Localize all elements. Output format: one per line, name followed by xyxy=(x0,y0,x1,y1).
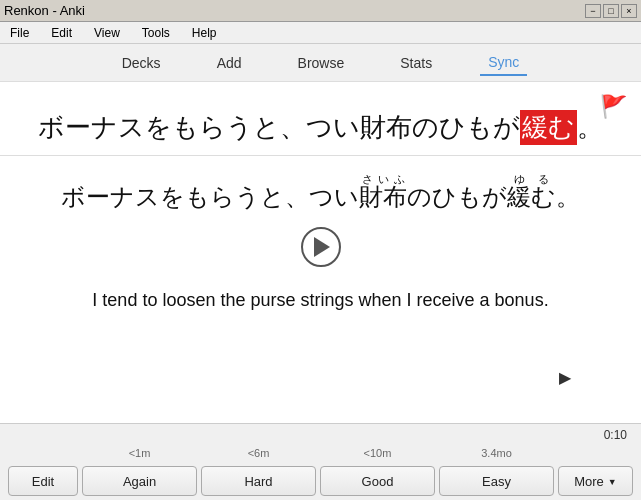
again-interval: <1m xyxy=(80,447,199,459)
maximize-button[interactable]: □ xyxy=(603,4,619,18)
nav-browse[interactable]: Browse xyxy=(290,51,353,75)
titlebar-controls: − □ × xyxy=(585,4,637,18)
menu-tools[interactable]: Tools xyxy=(136,24,176,42)
back-ruby-yurumu: 緩むゆる xyxy=(507,174,556,213)
more-button[interactable]: More ▼ xyxy=(558,466,633,496)
edit-button[interactable]: Edit xyxy=(8,466,78,496)
easy-button[interactable]: Easy xyxy=(439,466,554,496)
navbar: Decks Add Browse Stats Sync xyxy=(0,44,641,82)
play-button[interactable] xyxy=(301,227,341,267)
play-icon xyxy=(314,237,330,257)
nav-add[interactable]: Add xyxy=(209,51,250,75)
bottom-bar: 0:10 <1m <6m <10m 3.4mo Edit Again Hard … xyxy=(0,423,641,500)
minimize-button[interactable]: − xyxy=(585,4,601,18)
back-pre-text: ボーナスをもらうと、つい xyxy=(61,181,359,213)
hard-interval: <6m xyxy=(199,447,318,459)
back-post-text: 。 xyxy=(556,181,580,213)
menu-help[interactable]: Help xyxy=(186,24,223,42)
nav-decks[interactable]: Decks xyxy=(114,51,169,75)
menubar: File Edit View Tools Help xyxy=(0,22,641,44)
front-pre-text: ボーナスをもらうと、つい財布のひもが xyxy=(38,110,520,145)
front-highlight-text: 緩む xyxy=(520,110,577,145)
translation-text: I tend to loosen the purse strings when … xyxy=(52,287,588,314)
menu-edit[interactable]: Edit xyxy=(45,24,78,42)
sentence-front: ボーナスをもらうと、つい財布のひもが緩む。 xyxy=(18,110,623,145)
cursor-indicator: ▶ xyxy=(559,368,571,387)
buttons-row: Edit Again Hard Good Easy More ▼ xyxy=(0,462,641,500)
again-button[interactable]: Again xyxy=(82,466,197,496)
titlebar: Renkon - Anki − □ × xyxy=(0,0,641,22)
nav-stats[interactable]: Stats xyxy=(392,51,440,75)
more-dropdown-icon: ▼ xyxy=(608,477,617,487)
menu-file[interactable]: File xyxy=(4,24,35,42)
menu-view[interactable]: View xyxy=(88,24,126,42)
back-ruby-saifu: 財布さいふ xyxy=(359,174,407,213)
timer-row: 0:10 xyxy=(0,424,641,444)
separator xyxy=(0,155,641,156)
intervals-row: <1m <6m <10m 3.4mo xyxy=(0,444,641,462)
flag-icon[interactable]: 🚩 xyxy=(600,94,627,120)
timer-display: 0:10 xyxy=(604,428,627,442)
back-mid-text: のひもが xyxy=(407,181,507,213)
sentence-back: ボーナスをもらうと、つい財布さいふのひもが緩むゆる。 xyxy=(41,174,600,213)
titlebar-title: Renkon - Anki xyxy=(4,3,85,18)
main-content: 🚩 ボーナスをもらうと、つい財布のひもが緩む。 ボーナスをもらうと、つい財布さい… xyxy=(0,82,641,452)
close-button[interactable]: × xyxy=(621,4,637,18)
more-label: More xyxy=(574,474,604,489)
nav-sync[interactable]: Sync xyxy=(480,50,527,76)
good-interval: <10m xyxy=(318,447,437,459)
good-button[interactable]: Good xyxy=(320,466,435,496)
easy-interval: 3.4mo xyxy=(437,447,556,459)
hard-button[interactable]: Hard xyxy=(201,466,316,496)
